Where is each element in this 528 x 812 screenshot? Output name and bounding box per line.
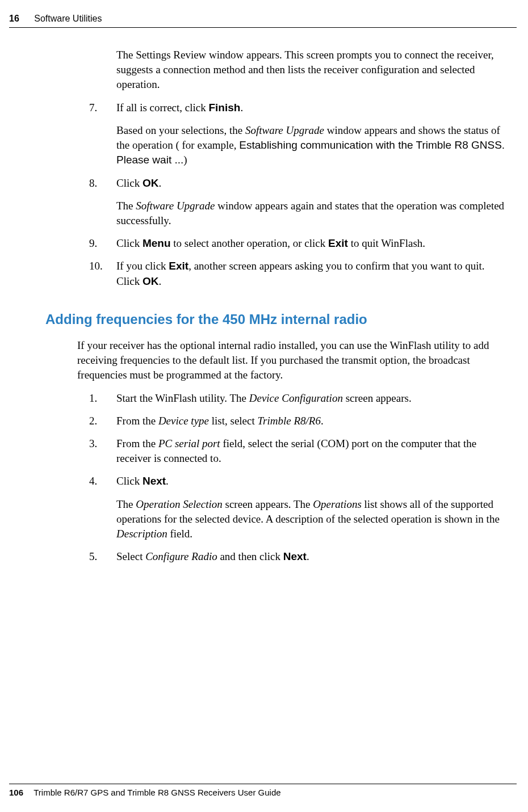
page-header: 16 Software Utilities xyxy=(9,14,517,28)
page: 16 Software Utilities The Settings Revie… xyxy=(0,0,528,812)
step-number: 5. xyxy=(89,549,116,564)
step-8: 8. Click OK. xyxy=(45,176,505,191)
text: screen appears. The xyxy=(223,498,313,510)
chapter-title: Software Utilities xyxy=(34,14,102,23)
step-text: If all is correct, click Finish. xyxy=(116,100,505,115)
text: From the xyxy=(116,437,158,449)
text: The xyxy=(116,498,136,510)
text: to quit WinFlash. xyxy=(348,237,425,249)
text: . xyxy=(166,475,169,487)
step-number: 8. xyxy=(89,176,116,191)
steps-list-continued: 8. Click OK. xyxy=(45,176,505,191)
step2-5: 5. Select Configure Radio and then click… xyxy=(45,549,505,564)
continuation-paragraph: The Settings Review window appears. This… xyxy=(116,48,505,92)
operation-selection-italic: Operation Selection xyxy=(136,498,223,510)
step-number: 9. xyxy=(89,236,116,251)
step-8-sub: The Software Upgrade window appears agai… xyxy=(116,199,505,228)
step-10: 10. If you click Exit, another screen ap… xyxy=(45,259,505,288)
pc-serial-port-italic: PC serial port xyxy=(158,437,220,449)
step-text: If you click Exit, another screen appear… xyxy=(116,259,505,288)
steps-list-continued: 9. Click Menu to select another operatio… xyxy=(45,236,505,251)
steps-list-continued: 10. If you click Exit, another screen ap… xyxy=(45,259,505,288)
chapter-number: 16 xyxy=(9,14,19,23)
device-configuration-italic: Device Configuration xyxy=(249,392,343,404)
step-text: Start the WinFlash utility. The Device C… xyxy=(116,391,505,406)
next-label: Next xyxy=(283,550,307,562)
step-text: Click OK. xyxy=(116,176,505,191)
step2-2: 2. From the Device type list, select Tri… xyxy=(45,414,505,428)
software-upgrade-italic: Software Upgrade xyxy=(136,200,215,212)
text: Based on your selections, the xyxy=(116,124,245,136)
ok-label: OK xyxy=(143,275,159,287)
device-type-italic: Device type xyxy=(158,415,209,427)
step-text: From the PC serial port field, select th… xyxy=(116,436,505,466)
next-label: Next xyxy=(143,475,166,487)
text: The xyxy=(116,200,136,212)
step2-4-sub: The Operation Selection screen appears. … xyxy=(116,497,505,542)
step-text: Click Next. xyxy=(116,474,505,489)
text: screen appears. xyxy=(343,392,412,404)
page-body: The Settings Review window appears. This… xyxy=(45,48,505,572)
text: Click xyxy=(116,475,143,487)
step-number: 1. xyxy=(89,391,116,406)
exit-label: Exit xyxy=(328,237,348,249)
page-number: 106 xyxy=(9,788,23,797)
text: Click xyxy=(116,237,143,249)
description-italic: Description xyxy=(116,528,167,540)
step-number: 2. xyxy=(89,414,116,428)
text: . xyxy=(321,415,324,427)
exit-label: Exit xyxy=(169,260,188,272)
step2-4: 4. Click Next. xyxy=(45,474,505,489)
configure-radio-italic: Configure Radio xyxy=(145,550,217,562)
text: . xyxy=(158,177,161,189)
text: If all is correct, click xyxy=(116,102,208,113)
step-number: 7. xyxy=(89,100,116,115)
step2-1: 1. Start the WinFlash utility. The Devic… xyxy=(45,391,505,406)
text: and then click xyxy=(217,550,283,562)
text: to select another operation, or click xyxy=(171,237,329,249)
step-number: 10. xyxy=(89,259,116,288)
step-9: 9. Click Menu to select another operatio… xyxy=(45,236,505,251)
text: Start the WinFlash utility. The xyxy=(116,392,249,404)
step-number: 4. xyxy=(89,474,116,489)
steps-list-continued: 7. If all is correct, click Finish. xyxy=(45,100,505,115)
text: Select xyxy=(116,550,145,562)
text: ) xyxy=(183,154,187,166)
menu-label: Menu xyxy=(143,237,171,249)
section-heading-frequencies: Adding frequencies for the 450 MHz inter… xyxy=(45,312,505,327)
step2-3: 3. From the PC serial port field, select… xyxy=(45,436,505,466)
section-intro: If your receiver has the optional intern… xyxy=(77,338,505,383)
step-text: From the Device type list, select Trimbl… xyxy=(116,414,505,428)
steps-list-2: 1. Start the WinFlash utility. The Devic… xyxy=(45,391,505,489)
operations-italic: Operations xyxy=(313,498,362,510)
text: Click xyxy=(116,177,143,189)
text: From the xyxy=(116,415,158,427)
text: . xyxy=(307,550,309,562)
text: . xyxy=(240,102,243,113)
text: list, select xyxy=(209,415,257,427)
ok-label: OK xyxy=(143,177,159,189)
step-7: 7. If all is correct, click Finish. xyxy=(45,100,505,115)
text: field. xyxy=(167,528,192,540)
finish-label: Finish xyxy=(208,102,240,113)
step-text: Click Menu to select another operation, … xyxy=(116,236,505,251)
step-7-sub: Based on your selections, the Software U… xyxy=(116,123,505,168)
page-footer: 106 Trimble R6/R7 GPS and Trimble R8 GNS… xyxy=(9,784,517,797)
step-number: 3. xyxy=(89,436,116,466)
trimble-model-italic: Trimble R8/R6 xyxy=(258,415,321,427)
step-text: Select Configure Radio and then click Ne… xyxy=(116,549,505,564)
text: . xyxy=(158,275,161,287)
guide-title: Trimble R6/R7 GPS and Trimble R8 GNSS Re… xyxy=(33,788,280,797)
text: If you click xyxy=(116,260,169,272)
steps-list-2: 5. Select Configure Radio and then click… xyxy=(45,549,505,564)
software-upgrade-italic: Software Upgrade xyxy=(245,124,324,136)
